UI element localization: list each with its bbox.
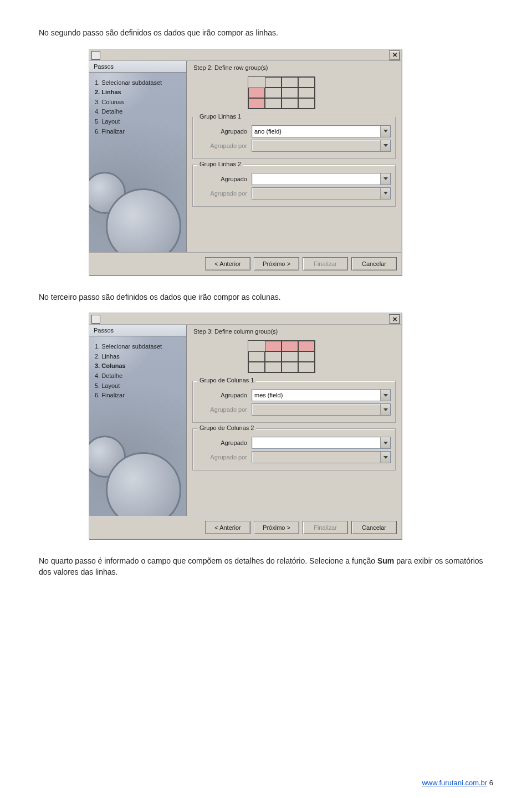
chevron-down-icon[interactable] (380, 173, 390, 185)
agrupado-input[interactable] (252, 437, 380, 448)
button-bar: < Anterior Próximo > Finalizar Cancelar (89, 252, 401, 275)
group-legend: Grupo Linhas 1 (197, 113, 243, 120)
group-legend: Grupo de Colunas 2 (197, 424, 256, 431)
step-item: 1. Selecionar subdataset (95, 342, 181, 352)
app-icon (91, 51, 100, 60)
chevron-down-icon[interactable] (380, 126, 390, 137)
agrupado-combo[interactable] (252, 173, 391, 185)
steps-list: 1. Selecionar subdataset 2. Linhas 3. Co… (89, 336, 186, 406)
paragraph-step4: No quarto passo é informado o campo que … (39, 556, 493, 577)
step-item: 2. Linhas (95, 88, 181, 98)
agrupado-por-input (252, 140, 380, 151)
group-cols-1: Grupo de Colunas 1 Agrupado Agrupado por (192, 381, 396, 423)
finish-button: Finalizar (303, 521, 348, 534)
step-title: Step 3: Define column group(s) (193, 328, 396, 335)
paragraph-step2: No segundo passo são definidos os dados … (39, 28, 493, 39)
step-item: 3. Colunas (95, 361, 181, 371)
agrupado-combo[interactable] (252, 389, 391, 401)
label-agrupado: Agrupado (197, 439, 252, 446)
agrupado-combo[interactable] (252, 125, 391, 137)
agrupado-por-combo (252, 403, 391, 416)
steps-list: 1. Selecionar subdataset 2. Linhas 3. Co… (89, 73, 186, 142)
prev-button[interactable]: < Anterior (205, 521, 250, 534)
text-run: No quarto passo é informado o campo que … (39, 556, 377, 565)
group-legend: Grupo de Colunas 1 (197, 377, 256, 383)
finish-button: Finalizar (303, 257, 348, 270)
wizard-dialog-step3: ✕ Passos 1. Selecionar subdataset 2. Lin… (89, 313, 402, 539)
chevron-down-icon[interactable] (380, 390, 390, 401)
group-cols-2: Grupo de Colunas 2 Agrupado Agrupado por (192, 428, 396, 470)
chevron-down-icon (380, 188, 390, 199)
chevron-down-icon (380, 404, 390, 415)
agrupado-por-combo (252, 451, 391, 463)
wizard-sidebar: Passos 1. Selecionar subdataset 2. Linha… (89, 61, 187, 252)
chevron-down-icon (380, 452, 390, 463)
agrupado-input[interactable] (252, 390, 380, 401)
agrupado-por-input (252, 404, 380, 415)
label-agrupado: Agrupado (197, 392, 252, 398)
step-item: 5. Layout (95, 117, 181, 127)
label-agrupado: Agrupado (197, 128, 252, 135)
agrupado-input[interactable] (252, 173, 380, 185)
agrupado-por-input (252, 188, 380, 199)
group-legend: Grupo Linhas 2 (197, 161, 243, 167)
group-rows-1: Grupo Linhas 1 Agrupado Agrupado por (192, 117, 396, 159)
step-item: 6. Finalizar (95, 127, 181, 137)
next-button[interactable]: Próximo > (254, 257, 299, 270)
prev-button[interactable]: < Anterior (205, 257, 250, 270)
agrupado-por-combo (252, 187, 391, 200)
step-item: 6. Finalizar (95, 391, 181, 401)
agrupado-por-input (252, 452, 380, 463)
agrupado-input[interactable] (252, 126, 380, 137)
crosstab-diagram (248, 340, 315, 373)
text-bold: Sum (377, 556, 394, 565)
label-agrupado-por: Agrupado por (197, 454, 252, 461)
agrupado-por-combo (252, 140, 391, 152)
crosstab-diagram (248, 76, 315, 109)
group-rows-2: Grupo Linhas 2 Agrupado Agrupado por (192, 165, 396, 207)
sidebar-heading: Passos (89, 61, 186, 73)
agrupado-combo[interactable] (252, 437, 391, 449)
chevron-down-icon (380, 140, 390, 151)
paragraph-step3: No terceiro passo são definidos os dados… (39, 292, 493, 303)
close-icon[interactable]: ✕ (389, 50, 400, 60)
label-agrupado: Agrupado (197, 176, 252, 182)
step-item: 4. Detalhe (95, 371, 181, 381)
next-button[interactable]: Próximo > (254, 521, 299, 534)
wizard-dialog-step2: ✕ Passos 1. Selecionar subdataset 2. Lin… (89, 49, 402, 275)
label-agrupado-por: Agrupado por (197, 142, 252, 149)
step-item: 5. Layout (95, 381, 181, 391)
step-title: Step 2: Define row group(s) (193, 64, 396, 71)
app-icon (91, 315, 100, 324)
cancel-button[interactable]: Cancelar (351, 257, 397, 270)
step-item: 4. Detalhe (95, 107, 181, 117)
close-icon[interactable]: ✕ (389, 314, 400, 324)
cancel-button[interactable]: Cancelar (351, 521, 397, 534)
sidebar-heading: Passos (89, 325, 186, 336)
wizard-sidebar: Passos 1. Selecionar subdataset 2. Linha… (89, 325, 187, 516)
label-agrupado-por: Agrupado por (197, 190, 252, 197)
step-item: 1. Selecionar subdataset (95, 78, 181, 88)
button-bar: < Anterior Próximo > Finalizar Cancelar (89, 516, 401, 539)
step-item: 2. Linhas (95, 352, 181, 362)
titlebar: ✕ (89, 313, 401, 324)
chevron-down-icon[interactable] (380, 437, 390, 448)
step-item: 3. Colunas (95, 98, 181, 108)
label-agrupado-por: Agrupado por (197, 406, 252, 413)
titlebar: ✕ (89, 49, 401, 60)
